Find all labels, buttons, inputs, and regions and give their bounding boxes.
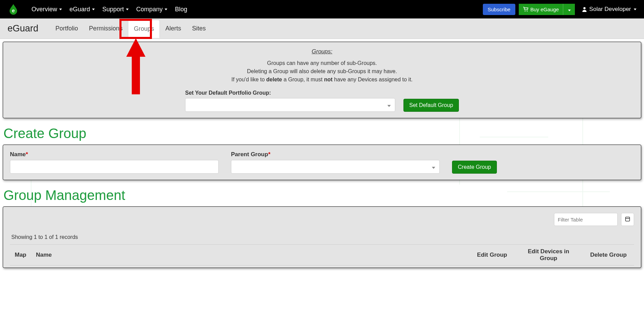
top-nav-links: Overview eGuard Support Company Blog — [29, 4, 190, 15]
help-line2: Deleting a Group will also delete any su… — [10, 67, 634, 76]
parent-group-select[interactable] — [231, 160, 440, 174]
buy-egauge-button[interactable]: Buy eGauge — [519, 4, 575, 15]
svg-point-1 — [525, 11, 525, 11]
group-management-panel: Showing 1 to 1 of 1 records Map Name Edi… — [3, 206, 641, 268]
col-delete-group[interactable]: Delete Group — [583, 245, 634, 266]
col-edit-group[interactable]: Edit Group — [470, 245, 514, 266]
create-group-panel: Name* Parent Group* Create Group — [3, 145, 641, 180]
parent-group-label: Parent Group* — [231, 151, 440, 158]
tab-groups[interactable]: Groups — [128, 20, 160, 38]
nav-company[interactable]: Company — [133, 4, 170, 15]
toggle-columns-button[interactable] — [621, 213, 634, 226]
tab-sites[interactable]: Sites — [186, 20, 211, 38]
secondary-navbar: eGuard Portfolio Permissions Groups Aler… — [0, 18, 644, 39]
required-mark: * — [26, 151, 28, 158]
caret-down-icon — [126, 9, 129, 10]
create-group-button[interactable]: Create Group — [452, 161, 497, 174]
nav-label: Company — [136, 6, 163, 13]
columns-icon — [625, 216, 630, 223]
user-menu[interactable]: Solar Developer — [582, 6, 636, 13]
user-icon — [582, 6, 587, 12]
buy-dropdown-toggle[interactable] — [563, 4, 575, 15]
svg-point-2 — [527, 11, 527, 11]
caret-down-icon — [387, 102, 391, 108]
tab-portfolio[interactable]: Portfolio — [50, 20, 83, 38]
cart-icon — [523, 7, 528, 12]
tab-permissions[interactable]: Permissions — [83, 20, 128, 38]
brand-title: eGuard — [8, 18, 38, 39]
default-group-label: Set Your Default Portfolio Group: — [185, 90, 395, 96]
svg-point-3 — [583, 7, 585, 9]
caret-down-icon — [165, 9, 167, 10]
nav-eguard[interactable]: eGuard — [67, 4, 98, 15]
caret-down-icon — [634, 9, 636, 10]
groups-table: Map Name Edit Group Edit Devices in Grou… — [10, 244, 634, 266]
groups-help-panel: Groups: Groups can have any number of su… — [3, 42, 641, 118]
nav-overview[interactable]: Overview — [29, 4, 65, 15]
set-default-group-button[interactable]: Set Default Group — [403, 99, 459, 112]
col-map[interactable]: Map — [10, 245, 31, 266]
caret-down-icon — [432, 164, 435, 170]
nav-label: eGuard — [69, 6, 90, 13]
required-mark: * — [268, 151, 271, 158]
tabs: Portfolio Permissions Groups Alerts Site… — [50, 20, 211, 38]
group-name-input[interactable] — [10, 160, 219, 174]
logo-icon[interactable]: e — [8, 3, 19, 15]
svg-rect-5 — [626, 217, 630, 221]
svg-text:e: e — [12, 8, 15, 13]
nav-label: Overview — [31, 6, 57, 13]
help-line1: Groups can have any number of sub-Groups… — [10, 59, 634, 67]
top-navbar: e Overview eGuard Support Company Blog S… — [0, 0, 644, 18]
nav-support[interactable]: Support — [100, 4, 131, 15]
create-group-heading: Create Group — [3, 126, 641, 141]
filter-table-input[interactable] — [554, 213, 618, 226]
col-edit-devices[interactable]: Edit Devices in Group — [514, 245, 583, 266]
default-group-select[interactable] — [185, 98, 395, 112]
nav-label: Support — [102, 6, 124, 13]
col-name[interactable]: Name — [31, 245, 470, 266]
help-line3: If you'd like to delete a Group, it must… — [10, 76, 634, 84]
user-name: Solar Developer — [589, 6, 631, 13]
group-management-heading: Group Management — [3, 188, 641, 203]
nav-label: Blog — [175, 6, 187, 13]
help-title: Groups: — [10, 48, 634, 55]
tab-alerts[interactable]: Alerts — [160, 20, 186, 38]
buy-label: Buy eGauge — [530, 6, 559, 12]
name-label: Name* — [10, 151, 219, 158]
nav-blog[interactable]: Blog — [172, 4, 190, 15]
records-count: Showing 1 to 1 of 1 records — [11, 234, 633, 240]
caret-down-icon — [568, 10, 571, 11]
subscribe-button[interactable]: Subscribe — [483, 4, 515, 15]
caret-down-icon — [59, 9, 62, 10]
caret-down-icon — [92, 9, 95, 10]
